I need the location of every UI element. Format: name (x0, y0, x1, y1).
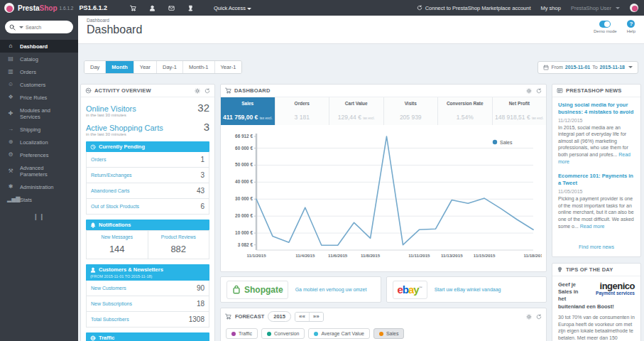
tips-panel: TIPS OF THE DAY ingenico Payment service… (552, 263, 641, 341)
sidebar-item-localization[interactable]: ⊕Localization (0, 136, 78, 148)
shop-code: PS1.6.1.2 (79, 4, 107, 11)
shopping-bag-icon (231, 285, 241, 295)
kpi-sales[interactable]: Sales411 759,00 € tax excl. (221, 97, 275, 125)
user-menu[interactable]: PrestaShop User (571, 5, 620, 11)
svg-text:66 912 €: 66 912 € (235, 134, 253, 139)
notif-product-reviews[interactable]: Product Reviews882 (148, 231, 209, 259)
sidebar-item-stats[interactable]: ▂▅▇Stats (0, 193, 78, 206)
sidebar-item-advanced-parameters[interactable]: ⚒Advanced Parameters (0, 161, 78, 180)
svg-text:50 000 €: 50 000 € (235, 162, 253, 167)
metric-value: 3 (204, 121, 209, 133)
ebay-logo: ebay™ (393, 281, 427, 299)
mail-icon (168, 5, 175, 11)
news-article-title[interactable]: Using social media for your business: 4 … (558, 102, 635, 116)
my-shop-link[interactable]: My shop (541, 5, 561, 11)
sidebar-item-preferences[interactable]: ⚙Preferences (0, 148, 78, 161)
shopgate-banner[interactable]: Shopgate Ga mobiel en verhoog uw omzet (220, 276, 381, 303)
sidebar-search[interactable] (5, 21, 73, 33)
breadcrumb[interactable]: Dashboard (87, 18, 637, 23)
customers-row-total-subscribers: Total Subscribers1308 (86, 312, 209, 328)
section-header-customers-newsletters: Customers & Newsletters (86, 264, 209, 275)
kpi-row: Sales411 759,00 € tax excl.Orders3 181Ca… (221, 97, 546, 125)
customers-row-new-subscriptions: New Subscriptions18 (86, 296, 209, 312)
forecast-prev-button[interactable]: «« (295, 313, 309, 321)
section-header-traffic: Traffic (86, 332, 209, 341)
period-button-year[interactable]: Year (134, 61, 157, 73)
metric-label[interactable]: Active Shopping Carts (86, 124, 163, 132)
date-range-picker[interactable]: From2015-11-01 To2015-11-18 (537, 61, 638, 74)
period-button-month-1[interactable]: Month-1 (183, 61, 215, 73)
forecast-toggle-conversion[interactable]: Conversion (261, 328, 305, 339)
marketplace-link[interactable]: Connect to PrestaShop Marketplace accoun… (417, 5, 531, 11)
gear-icon (526, 314, 532, 320)
svg-text:40 000 €: 40 000 € (235, 179, 253, 184)
sidebar-item-shipping[interactable]: →Shipping (0, 123, 78, 136)
sidebar-item-dashboard[interactable]: ⌂Dashboard (0, 40, 78, 53)
metric-label[interactable]: Online Visitors (86, 104, 136, 113)
sidebar-menu: ⌂Dashboard▤Catalog▥Orders☺Customers❖Pric… (0, 40, 78, 206)
kpi-orders[interactable]: Orders3 181 (275, 97, 330, 125)
ebay-link[interactable]: Start uw eBay winkel vandaag (435, 287, 501, 292)
topbar: PrestaShop 1.6.1.2 PS1.6.1.2 Quick Acces… (0, 0, 644, 16)
sidebar-item-administration[interactable]: ✱Administration (0, 180, 78, 193)
page-header: Dashboard Dashboard Demo mode ? Help (78, 16, 644, 44)
forecast-next-button[interactable]: »» (309, 313, 323, 321)
cart-icon (225, 87, 231, 94)
forecast-toggle-sales[interactable]: Sales (373, 328, 405, 339)
main-content: DayMonthYearDay-1Month-1Year-1 From2015-… (78, 44, 644, 341)
refresh-icon[interactable] (204, 88, 210, 94)
sidebar: ⌂Dashboard▤Catalog▥Orders☺Customers❖Pric… (0, 16, 78, 341)
search-scope-caret-icon[interactable] (19, 26, 23, 28)
read-more-link[interactable]: Read more (558, 152, 631, 164)
refresh-icon[interactable] (536, 314, 542, 320)
period-button-year-1[interactable]: Year-1 (215, 61, 242, 73)
refresh-icon (536, 88, 542, 94)
find-more-news-link[interactable]: Find more news (552, 240, 640, 256)
period-button-day-1[interactable]: Day-1 (157, 61, 183, 73)
news-article-date: 11/05/2015 (558, 189, 635, 194)
sidebar-item-customers[interactable]: ☺Customers (0, 78, 78, 91)
sidebar-item-modules-and-services[interactable]: ✚Modules and Services (0, 104, 78, 123)
help-button[interactable]: ? Help (627, 20, 635, 33)
cart-button[interactable] (130, 5, 136, 11)
period-button-month[interactable]: Month (106, 61, 134, 73)
period-button-day[interactable]: Day (84, 61, 106, 73)
newspaper-icon (557, 87, 563, 94)
sidebar-item-price-rules[interactable]: ❖Price Rules (0, 91, 78, 104)
clock-icon (90, 144, 96, 150)
gear-icon[interactable] (526, 314, 532, 320)
search-icon (9, 24, 16, 31)
ebay-banner[interactable]: ebay™ Start uw eBay winkel vandaag (386, 276, 547, 303)
forecast-toggle-traffic[interactable]: Traffic (226, 328, 258, 339)
demo-mode-toggle[interactable]: Demo mode (594, 20, 617, 33)
avatar[interactable] (630, 4, 638, 12)
gear-icon[interactable] (526, 88, 532, 94)
sales-line-chart: 66 912 €60 000 €50 000 €40 000 €30 000 €… (221, 125, 546, 271)
notif-new-messages[interactable]: New Messages144 (87, 231, 148, 259)
search-input[interactable] (26, 25, 67, 30)
kpi-cart-value[interactable]: Cart Value129,44 € tax excl. (329, 97, 384, 125)
news-article-title[interactable]: Ecommerce 101: Payments in a Tweet (558, 173, 635, 187)
refresh-icon[interactable] (536, 88, 542, 94)
metric-online-visitors: Online Visitors32 (86, 102, 209, 114)
shopgate-link[interactable]: Ga mobiel en verhoog uw omzet (295, 287, 367, 292)
gear-icon[interactable] (195, 88, 200, 94)
mail-button[interactable] (168, 5, 175, 11)
kpi-conversion-rate[interactable]: Conversion Rate1.54% (438, 97, 493, 125)
quick-access-menu[interactable]: Quick Access (214, 5, 251, 11)
user-button[interactable] (149, 5, 155, 11)
kpi-visits[interactable]: Visits205 939 (384, 97, 439, 125)
svg-text:10 000 €: 10 000 € (235, 230, 253, 235)
sidebar-item-orders[interactable]: ▥Orders (0, 65, 78, 78)
sidebar-item-catalog[interactable]: ▤Catalog (0, 53, 78, 65)
sidebar-collapse-button[interactable]: ❙❙ (0, 213, 78, 220)
section-header-currently-pending: Currently Pending (86, 141, 209, 152)
forecast-toggle-average-cart-value[interactable]: Average Cart Value (308, 328, 369, 339)
toggle-icon[interactable] (599, 21, 611, 28)
user-icon (149, 5, 155, 11)
trophy-button[interactable] (187, 5, 194, 11)
read-more-link[interactable]: Read more (580, 224, 605, 229)
kpi-net-profit[interactable]: Net Profit148 918,51 € tax excl. (493, 97, 547, 125)
notifications-grid: New Messages144Product Reviews882 (86, 230, 209, 259)
legend-dot-icon (314, 332, 318, 336)
